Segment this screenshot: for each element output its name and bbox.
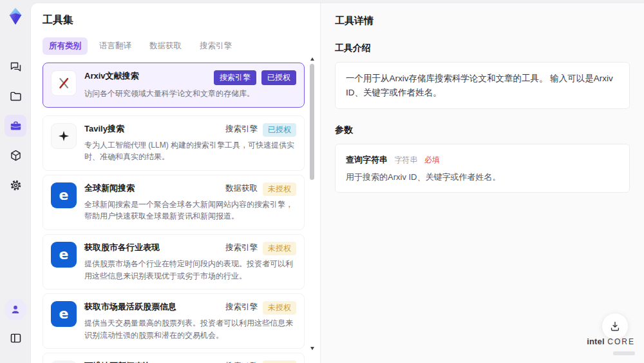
tool-content: 获取市场最活跃股票信息 搜索引擎 未授权 提供当天交易量最高的股票列表。投资者可… [84,301,296,341]
category-tab[interactable]: 语言翻译 [93,37,138,55]
sidebar-item-files[interactable] [5,85,26,107]
scroll-down-arrow[interactable] [310,347,314,350]
tool-list-item[interactable]: Tavily搜索 搜索引擎 已授权 专为人工智能代理 (LLM) 构建的搜索引擎… [43,115,305,171]
gem-logo-icon [6,6,25,26]
intel-sub-mark [613,351,635,355]
tool-content: 万维地区新闻查询 搜索引擎 未授权 查询具体行政区划内的新闻，快速了解各地新闻动 [84,360,296,363]
tool-category-badge: 数据获取 [225,182,258,194]
tool-category-badge: 搜索引擎 [225,301,258,313]
nav-rail-bottom [5,299,26,357]
sidebar-item-chat[interactable] [5,55,26,77]
tool-description: 提供股票市场各个行业在特定时间段内的表现。投资者可以利用这些信息来识别表现优于或… [84,258,296,282]
tool-title: 获取股市各行业表现 [84,242,160,253]
tool-list-item[interactable]: e 全球新闻搜索 数据获取 未授权 全球新闻搜索是一个聚合全球各大新闻网站内容的… [43,175,305,230]
params-box: 查询字符串 字符串 必填 用于搜索的Arxiv ID、关键字或作者姓名。 [335,144,630,193]
params-heading: 参数 [335,124,630,136]
tool-title: 全球新闻搜索 [84,182,135,194]
person-icon [9,303,22,316]
tool-title: 万维地区新闻查询 [84,360,151,363]
newspaper-icon [51,360,77,363]
tool-description: 全球新闻搜索是一个聚合全球各大新闻网站内容的搜索引擎，帮助用户快速获取全球最新资… [84,199,296,222]
tool-list-panel: 工具集 所有类别 语言翻译 数据获取 搜索引擎 Arxiv文献搜索 搜索引擎 已… [31,3,320,363]
tool-category-badge: 搜索引擎 [225,242,258,253]
app-logo[interactable] [6,6,25,26]
tool-detail-panel: 工具详情 工具介绍 一个用于从Arxiv存储库搜索科学论文和文章的工具。 输入可… [320,3,644,363]
sidebar-item-settings[interactable] [5,174,26,196]
scroll-up-arrow[interactable] [310,57,314,61]
param-name: 查询字符串 [346,155,388,164]
tool-category-badge: 搜索引擎 [225,123,258,135]
sidebar-panel-icon [9,331,23,345]
intel-product-text: core [607,337,635,346]
param-type: 字符串 [394,155,417,164]
tool-status-badge: 未授权 [263,360,296,363]
sidebar-item-toggle-panel[interactable] [5,327,26,349]
category-tab[interactable]: 数据获取 [143,37,188,55]
news-icon: e [51,301,77,327]
category-tab[interactable]: 所有类别 [43,37,88,55]
tool-title: Tavily搜索 [84,123,124,135]
nav-rail [0,0,31,363]
tool-title: Arxiv文献搜索 [84,70,139,82]
category-tab[interactable]: 搜索引擎 [193,37,238,55]
scrollbar [309,57,316,350]
tool-title: 获取市场最活跃股票信息 [84,301,176,313]
tool-category-badge: 搜索引擎 [214,70,256,85]
tool-list-item[interactable]: e 获取市场最活跃股票信息 搜索引擎 未授权 提供当天交易量最高的股票列表。投资… [43,293,305,349]
scrollbar-thumb[interactable] [310,64,314,180]
tool-content: 获取股市各行业表现 搜索引擎 未授权 提供股票市场各个行业在特定时间段内的表现。… [84,242,296,282]
tool-list-item[interactable]: 万维地区新闻查询 搜索引擎 未授权 查询具体行政区划内的新闻，快速了解各地新闻动 [43,353,305,363]
tool-content: 全球新闻搜索 数据获取 未授权 全球新闻搜索是一个聚合全球各大新闻网站内容的搜索… [84,182,296,222]
folder-icon [9,90,23,103]
tool-list: Arxiv文献搜索 搜索引擎 已授权 访问各个研究领域大量科学论文和文章的存储库… [43,63,305,363]
briefcase-icon [9,119,23,133]
news-icon: e [51,242,77,268]
tool-description: 专为人工智能代理 (LLM) 构建的搜索引擎工具，可快速提供实时、准确和真实的结… [84,139,296,163]
tool-status-badge: 未授权 [263,182,296,196]
tool-description: 提供当天交易量最高的股票列表。投资者可以利用这些信息来识别流动性强的股票和潜在的… [84,317,296,341]
detail-title: 工具详情 [335,15,630,27]
param-description: 用于搜索的Arxiv ID、关键字或作者姓名。 [346,172,619,183]
app-window: 工具集 所有类别 语言翻译 数据获取 搜索引擎 Arxiv文献搜索 搜索引擎 已… [0,0,644,363]
tool-category-badge: 搜索引擎 [225,360,258,363]
intro-text: 一个用于从Arxiv存储库搜索科学论文和文章的工具。 输入可以是Arxiv ID… [346,72,619,99]
tool-content: Tavily搜索 搜索引擎 已授权 专为人工智能代理 (LLM) 构建的搜索引擎… [84,123,296,163]
intro-box: 一个用于从Arxiv存储库搜索科学论文和文章的工具。 输入可以是Arxiv ID… [335,62,630,109]
news-icon: e [51,182,77,208]
tool-status-badge: 未授权 [263,242,296,255]
param-required-badge: 必填 [424,155,440,164]
intel-core-logo: intel core [587,335,635,358]
sidebar-item-account[interactable] [5,299,26,320]
tavily-icon [51,123,77,149]
cube-icon [9,149,23,162]
sidebar-item-models[interactable] [5,144,26,166]
intro-heading: 工具介绍 [335,43,630,54]
chat-icon [9,60,23,74]
page-title: 工具集 [43,14,305,27]
tool-description: 访问各个研究领域大量科学论文和文章的存储库。 [84,88,296,100]
param-item: 查询字符串 字符串 必填 用于搜索的Arxiv ID、关键字或作者姓名。 [346,153,619,183]
tool-status-badge: 已授权 [261,70,296,85]
intel-brand-text: intel [587,337,605,346]
tool-list-item[interactable]: e 获取股市各行业表现 搜索引擎 未授权 提供股票市场各个行业在特定时间段内的表… [43,234,305,289]
category-tabs: 所有类别 语言翻译 数据获取 搜索引擎 [43,37,305,55]
tool-status-badge: 未授权 [263,301,296,315]
tool-list-item[interactable]: Arxiv文献搜索 搜索引擎 已授权 访问各个研究领域大量科学论文和文章的存储库… [43,63,305,108]
arxiv-icon [51,70,77,96]
download-icon [609,320,621,333]
tool-content: Arxiv文献搜索 搜索引擎 已授权 访问各个研究领域大量科学论文和文章的存储库… [84,70,296,100]
gear-icon [9,179,23,192]
main-content: 工具集 所有类别 语言翻译 数据获取 搜索引擎 Arxiv文献搜索 搜索引擎 已… [31,3,644,363]
tool-status-badge: 已授权 [263,123,296,137]
sidebar-item-tools[interactable] [5,115,26,137]
